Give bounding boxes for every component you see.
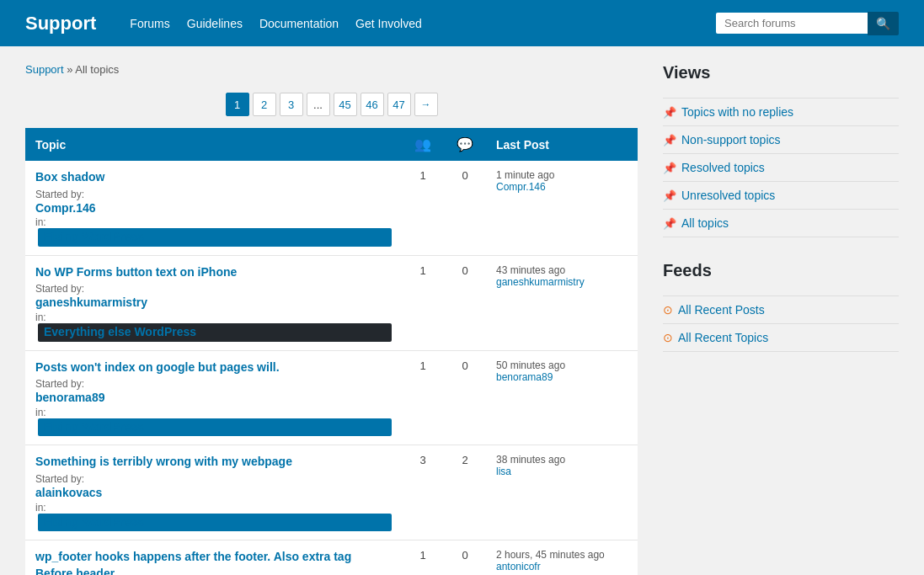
feeds-title: Feeds <box>663 261 899 285</box>
page-1[interactable]: 1 <box>226 93 249 116</box>
topic-forum-tag[interactable]: Fixing WordPress <box>38 418 392 437</box>
views-section: Views 📌 Topics with no replies📌 Non-supp… <box>663 63 899 237</box>
topic-cell: Something is terribly wrong with my webp… <box>25 445 402 540</box>
site-title[interactable]: Support <box>25 13 96 35</box>
last-post-time: 2 hours, 45 minutes ago <box>496 549 605 561</box>
feeds-list-item: ⊙ All Recent Topics <box>663 324 899 352</box>
nav-get-involved[interactable]: Get Involved <box>355 17 422 30</box>
last-post-cell: 50 minutes ago benorama89 <box>486 350 638 445</box>
page-3[interactable]: 3 <box>280 93 303 116</box>
views-link[interactable]: 📌 Non-support topics <box>663 133 899 146</box>
topic-link[interactable]: Box shadow <box>35 169 392 186</box>
topic-link[interactable]: Posts won't index on google but pages wi… <box>35 359 392 376</box>
pin-icon: 📌 <box>663 106 676 119</box>
last-post-author[interactable]: Compr.146 <box>496 181 628 193</box>
views-list-item: 📌 Unresolved topics <box>663 182 899 210</box>
topic-author[interactable]: alainkovacs <box>35 485 392 502</box>
views-link[interactable]: 📌 All topics <box>663 216 899 230</box>
topic-meta: Started by: benorama89 in: Fixing WordPr… <box>35 378 392 436</box>
table-header-row: Topic 👥 💬 Last Post <box>25 128 638 161</box>
topic-author[interactable]: ganeshkumarmistry <box>35 295 392 311</box>
breadcrumb-separator: » <box>64 63 76 76</box>
feeds-section: Feeds ⊙ All Recent Posts⊙ All Recent Top… <box>663 261 899 352</box>
last-post-cell: 2 hours, 45 minutes ago antonicofr <box>486 540 638 575</box>
replies-icon: 💬 <box>457 137 473 152</box>
table-row: Posts won't index on google but pages wi… <box>25 350 638 445</box>
replies-cell: 0 <box>444 161 486 255</box>
breadcrumb-support-link[interactable]: Support <box>25 63 64 76</box>
feeds-link[interactable]: ⊙ All Recent Posts <box>663 303 899 317</box>
views-list: 📌 Topics with no replies📌 Non-support to… <box>663 98 899 237</box>
pin-icon: 📌 <box>663 189 676 202</box>
page-45[interactable]: 45 <box>334 93 357 116</box>
last-post-cell: 38 minutes ago lisa <box>486 445 638 540</box>
replies-cell: 0 <box>444 255 486 350</box>
participants-icon: 👥 <box>414 137 431 152</box>
feeds-link[interactable]: ⊙ All Recent Topics <box>663 331 899 344</box>
search-input[interactable] <box>716 13 868 34</box>
nav-guidelines[interactable]: Guidelines <box>187 17 243 30</box>
search-button[interactable]: 🔍 <box>868 12 899 35</box>
page-next[interactable]: → <box>414 93 438 116</box>
topic-author[interactable]: benorama89 <box>35 390 392 407</box>
th-replies: 💬 <box>444 128 486 161</box>
nav-documentation[interactable]: Documentation <box>259 17 339 30</box>
pin-icon: 📌 <box>663 134 676 146</box>
sidebar: Views 📌 Topics with no replies📌 Non-supp… <box>663 63 899 575</box>
feeds-list-item: ⊙ All Recent Posts <box>663 296 899 324</box>
pin-icon: 📌 <box>663 162 676 174</box>
views-link[interactable]: 📌 Resolved topics <box>663 161 899 174</box>
last-post-author[interactable]: benorama89 <box>496 371 628 383</box>
th-topic: Topic <box>25 128 402 161</box>
topic-author[interactable]: Compr.146 <box>35 200 392 217</box>
replies-cell: 0 <box>444 350 486 445</box>
last-post-author[interactable]: lisa <box>496 466 628 477</box>
site-header: Support Forums Guidelines Documentation … <box>0 0 924 46</box>
topic-link[interactable]: Something is terribly wrong with my webp… <box>35 454 392 471</box>
content-area: Support » All topics 1 2 3 ... 45 46 47 … <box>25 63 638 575</box>
views-list-item: 📌 Non-support topics <box>663 126 899 154</box>
main-container: Support » All topics 1 2 3 ... 45 46 47 … <box>0 46 924 575</box>
nav-forums[interactable]: Forums <box>130 17 169 30</box>
breadcrumb: Support » All topics <box>25 63 638 76</box>
table-row: No WP Forms button text on iPhone Starte… <box>25 255 638 350</box>
pagination: 1 2 3 ... 45 46 47 → <box>25 93 638 116</box>
topic-forum-tag[interactable]: Everything else WordPress <box>38 323 392 342</box>
replies-cell: 0 <box>444 540 486 575</box>
participants-cell: 1 <box>402 255 444 350</box>
views-list-item: 📌 Topics with no replies <box>663 98 899 126</box>
topic-cell: No WP Forms button text on iPhone Starte… <box>25 255 402 350</box>
table-row: Something is terribly wrong with my webp… <box>25 445 638 540</box>
last-post-time: 50 minutes ago <box>496 359 565 371</box>
participants-cell: 1 <box>402 161 444 255</box>
page-47[interactable]: 47 <box>387 93 411 116</box>
last-post-author[interactable]: antonicofr <box>496 561 628 572</box>
views-title: Views <box>663 63 899 88</box>
search-form: 🔍 <box>716 12 899 35</box>
topics-table: Topic 👥 💬 Last Post Box shadow Started b… <box>25 128 638 575</box>
topic-meta: Started by: alainkovacs in: Fixing WordP… <box>35 473 392 531</box>
last-post-time: 43 minutes ago <box>496 264 565 276</box>
th-last-post: Last Post <box>486 128 638 161</box>
table-row: Box shadow Started by: Compr.146 in: Fix… <box>25 161 638 255</box>
participants-cell: 3 <box>402 445 444 540</box>
pin-icon: 📌 <box>663 217 676 230</box>
page-46[interactable]: 46 <box>361 93 384 116</box>
replies-cell: 2 <box>444 445 486 540</box>
topic-link[interactable]: No WP Forms button text on iPhone <box>35 264 392 281</box>
views-link[interactable]: 📌 Unresolved topics <box>663 189 899 202</box>
topic-cell: Posts won't index on google but pages wi… <box>25 350 402 445</box>
rss-icon: ⊙ <box>663 331 673 344</box>
th-participants: 👥 <box>402 128 444 161</box>
table-body: Box shadow Started by: Compr.146 in: Fix… <box>25 161 638 575</box>
topic-forum-tag[interactable]: Fixing WordPress <box>38 228 392 247</box>
views-link[interactable]: 📌 Topics with no replies <box>663 105 899 119</box>
views-list-item: 📌 Resolved topics <box>663 154 899 182</box>
page-ellipsis: ... <box>307 93 330 116</box>
last-post-author[interactable]: ganeshkumarmistry <box>496 276 628 288</box>
topic-cell: wp_footer hooks happens after the footer… <box>25 540 402 575</box>
rss-icon: ⊙ <box>663 303 673 317</box>
topic-link[interactable]: wp_footer hooks happens after the footer… <box>35 549 392 575</box>
topic-forum-tag[interactable]: Fixing WordPress <box>38 514 392 532</box>
page-2[interactable]: 2 <box>253 93 276 116</box>
